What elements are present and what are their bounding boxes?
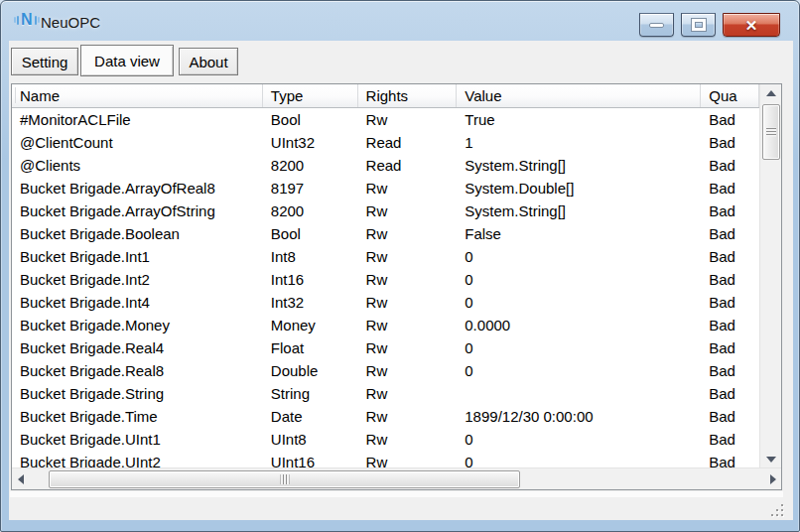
waveform-bar-icon: [14, 17, 16, 23]
cell-name: Bucket Brigade.Int2: [12, 268, 263, 291]
cell-type: UInt8: [263, 428, 358, 451]
table-row[interactable]: Bucket Brigade.ArrayOfReal88197RwSystem.…: [12, 177, 759, 200]
cell-qua: Bad: [701, 428, 759, 451]
window-controls: ✕: [639, 13, 780, 37]
tab-setting[interactable]: Setting: [11, 48, 78, 75]
cell-value: 0: [457, 245, 701, 268]
table-row[interactable]: Bucket Brigade.Int4Int32Rw0Bad: [12, 291, 759, 314]
cell-name: Bucket Brigade.ArrayOfReal8: [12, 177, 263, 200]
cell-qua: Bad: [701, 222, 759, 245]
cell-value: True: [457, 108, 701, 131]
cell-value: 0: [457, 336, 701, 359]
cell-rights: Rw: [358, 451, 458, 467]
scroll-right-button[interactable]: [764, 468, 781, 489]
column-header-name[interactable]: Name: [12, 84, 263, 107]
cell-name: Bucket Brigade.ArrayOfString: [12, 200, 263, 222]
cell-type: String: [263, 382, 358, 405]
cell-type: 8200: [263, 154, 358, 177]
cell-name: Bucket Brigade.Real4: [12, 336, 263, 359]
cell-rights: Rw: [358, 359, 458, 382]
client-area: Setting Data view About Name Type Rights…: [9, 41, 793, 520]
table-row[interactable]: Bucket Brigade.BooleanBoolRwFalseBad: [12, 222, 759, 245]
cell-value: 0: [457, 359, 701, 382]
resize-grip-icon[interactable]: [769, 502, 783, 516]
minimize-button[interactable]: [639, 13, 674, 37]
cell-rights: Read: [358, 154, 458, 177]
cell-type: UInt16: [263, 451, 358, 467]
scroll-left-button[interactable]: [12, 468, 29, 489]
cell-qua: Bad: [701, 177, 759, 200]
cell-rights: Read: [358, 131, 458, 154]
cell-type: Int16: [263, 268, 358, 291]
cell-rights: Rw: [358, 382, 458, 405]
cell-name: Bucket Brigade.UInt2: [12, 451, 263, 467]
table-row[interactable]: @ClientCountUInt32Read1Bad: [12, 131, 759, 154]
cell-value: System.String[]: [457, 154, 701, 177]
cell-name: Bucket Brigade.Boolean: [12, 222, 263, 245]
cell-qua: Bad: [701, 314, 759, 336]
cell-qua: Bad: [701, 268, 759, 291]
cell-name: Bucket Brigade.Int1: [12, 245, 263, 268]
table-row[interactable]: @Clients8200ReadSystem.String[]Bad: [12, 154, 759, 177]
horizontal-scrollbar-thumb[interactable]: [49, 470, 520, 488]
waveform-bar-icon: [38, 17, 40, 23]
cell-rights: Rw: [358, 291, 458, 314]
cell-value: 0: [457, 291, 701, 314]
table-row[interactable]: #MonitorACLFileBoolRwTrueBad: [12, 108, 759, 131]
cell-rights: Rw: [358, 222, 458, 245]
scrollbar-grip-icon: [766, 128, 776, 137]
cell-value: 0.0000: [457, 314, 701, 336]
cell-rights: Rw: [358, 268, 458, 291]
table-row[interactable]: Bucket Brigade.Real8DoubleRw0Bad: [12, 359, 759, 382]
cell-type: UInt32: [263, 131, 358, 154]
vertical-scrollbar[interactable]: [759, 84, 781, 467]
table-row[interactable]: Bucket Brigade.UInt2UInt16Rw0Bad: [12, 451, 759, 467]
cell-name: Bucket Brigade.UInt1: [12, 428, 263, 451]
titlebar[interactable]: N NeuOPC ✕: [1, 1, 799, 41]
maximize-button[interactable]: [681, 13, 716, 37]
column-header-quality[interactable]: Qua: [701, 84, 759, 107]
table-row[interactable]: Bucket Brigade.Real4FloatRw0Bad: [12, 336, 759, 359]
cell-name: Bucket Brigade.Real8: [12, 359, 263, 382]
table-row[interactable]: Bucket Brigade.MoneyMoneyRw0.0000Bad: [12, 314, 759, 336]
data-table: Name Type Rights Value Qua #MonitorACLFi…: [11, 83, 782, 490]
close-icon: ✕: [745, 18, 758, 33]
column-header-rights[interactable]: Rights: [358, 84, 458, 107]
table-row[interactable]: Bucket Brigade.UInt1UInt8Rw0Bad: [12, 428, 759, 451]
cell-rights: Rw: [358, 336, 458, 359]
cell-name: Bucket Brigade.String: [12, 382, 263, 405]
scroll-down-button[interactable]: [760, 451, 781, 467]
cell-rights: Rw: [358, 428, 458, 451]
close-button[interactable]: ✕: [723, 13, 780, 37]
cell-value: System.String[]: [457, 200, 701, 222]
cell-qua: Bad: [701, 405, 759, 428]
column-header-value[interactable]: Value: [457, 84, 701, 107]
scroll-up-button[interactable]: [760, 84, 781, 101]
cell-type: Int8: [263, 245, 358, 268]
cell-qua: Bad: [701, 451, 759, 467]
cell-name: Bucket Brigade.Money: [12, 314, 263, 336]
horizontal-scrollbar[interactable]: [12, 467, 781, 489]
cell-qua: Bad: [701, 154, 759, 177]
table-row[interactable]: Bucket Brigade.TimeDateRw1899/12/30 0:00…: [12, 405, 759, 428]
cell-qua: Bad: [701, 359, 759, 382]
cell-qua: Bad: [701, 200, 759, 222]
scrollbar-grip-icon: [280, 474, 289, 484]
cell-type: Bool: [263, 108, 358, 131]
cell-qua: Bad: [701, 382, 759, 405]
cell-value: 1899/12/30 0:00:00: [457, 405, 701, 428]
table-row[interactable]: Bucket Brigade.Int1Int8Rw0Bad: [12, 245, 759, 268]
cell-name: Bucket Brigade.Int4: [12, 291, 263, 314]
tab-data-view[interactable]: Data view: [80, 45, 174, 76]
column-header-type[interactable]: Type: [263, 84, 358, 107]
maximize-icon: [692, 19, 706, 31]
cell-name: Bucket Brigade.Time: [12, 405, 263, 428]
cell-qua: Bad: [701, 131, 759, 154]
table-row[interactable]: Bucket Brigade.Int2Int16Rw0Bad: [12, 268, 759, 291]
table-row[interactable]: Bucket Brigade.StringStringRwBad: [12, 382, 759, 405]
tab-about[interactable]: About: [179, 48, 238, 75]
minimize-icon: [649, 23, 664, 28]
table-row[interactable]: Bucket Brigade.ArrayOfString8200RwSystem…: [12, 200, 759, 222]
vertical-scrollbar-thumb[interactable]: [762, 104, 780, 160]
cell-value: 0: [457, 428, 701, 451]
